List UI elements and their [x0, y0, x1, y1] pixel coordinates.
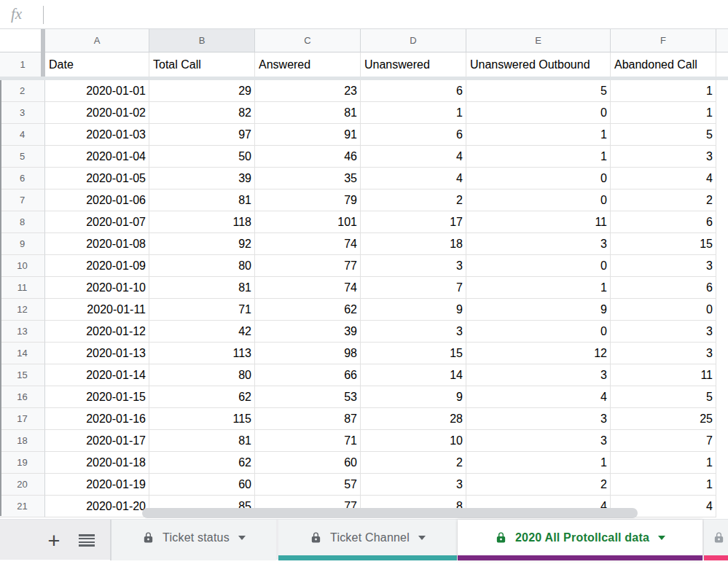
cell-C11[interactable]: 74: [255, 277, 361, 299]
cell-E13[interactable]: 0: [466, 321, 611, 343]
cell-D2[interactable]: 6: [361, 80, 466, 102]
cell-D14[interactable]: 15: [361, 343, 466, 364]
cell-C13[interactable]: 39: [255, 321, 361, 343]
cell-D16[interactable]: 9: [361, 386, 466, 408]
cell-F14[interactable]: 3: [611, 343, 716, 364]
cell-G20[interactable]: [716, 474, 728, 496]
cell-A4[interactable]: 2020-01-03: [45, 124, 149, 146]
cell-G16[interactable]: [716, 386, 728, 408]
row-number-5[interactable]: 5: [0, 146, 45, 168]
cell-B12[interactable]: 71: [149, 299, 255, 321]
cell-E15[interactable]: 3: [466, 364, 611, 386]
row-number-16[interactable]: 16: [0, 386, 45, 408]
cell-F16[interactable]: 5: [611, 386, 716, 408]
cell-A12[interactable]: 2020-01-11: [45, 299, 149, 321]
row-number-8[interactable]: 8: [0, 211, 45, 233]
cell-G17[interactable]: [716, 408, 728, 430]
column-header-D[interactable]: D: [361, 29, 466, 52]
cell-G13[interactable]: [716, 321, 728, 343]
cell-B9[interactable]: 92: [149, 233, 255, 255]
cell-C16[interactable]: 53: [255, 386, 361, 408]
sheet-tab-ticket-status[interactable]: Ticket status: [111, 520, 276, 560]
row-number-12[interactable]: 12: [0, 299, 45, 321]
cell-F12[interactable]: 0: [611, 299, 716, 321]
cell-A14[interactable]: 2020-01-13: [45, 343, 149, 364]
cell-B20[interactable]: 60: [149, 474, 255, 496]
cell-C7[interactable]: 79: [255, 189, 361, 211]
cell-A18[interactable]: 2020-01-17: [45, 430, 149, 452]
row-number-15[interactable]: 15: [0, 364, 45, 386]
cell-E20[interactable]: 2: [466, 474, 611, 496]
row-number-21[interactable]: 21: [0, 496, 45, 517]
cell-C1[interactable]: Answered: [255, 52, 361, 77]
cell-B14[interactable]: 113: [149, 343, 255, 364]
cell-B18[interactable]: 81: [149, 430, 255, 452]
row-number-10[interactable]: 10: [0, 255, 45, 277]
cell-D19[interactable]: 2: [361, 452, 466, 474]
cell-G2[interactable]: [716, 80, 728, 102]
chevron-down-icon[interactable]: [418, 536, 426, 540]
cell-C10[interactable]: 77: [255, 255, 361, 277]
cell-G7[interactable]: [716, 189, 728, 211]
cell-C4[interactable]: 91: [255, 124, 361, 146]
cell-G15[interactable]: [716, 364, 728, 386]
cell-F9[interactable]: 15: [611, 233, 716, 255]
row-number-6[interactable]: 6: [0, 168, 45, 189]
cell-G9[interactable]: [716, 233, 728, 255]
cell-E4[interactable]: 1: [466, 124, 611, 146]
cell-G10[interactable]: [716, 255, 728, 277]
cell-E19[interactable]: 1: [466, 452, 611, 474]
cell-G19[interactable]: [716, 452, 728, 474]
cell-A8[interactable]: 2020-01-07: [45, 211, 149, 233]
row-number-17[interactable]: 17: [0, 408, 45, 430]
cell-F4[interactable]: 5: [611, 124, 716, 146]
cell-G21[interactable]: [716, 496, 728, 517]
cell-B10[interactable]: 80: [149, 255, 255, 277]
cell-G8[interactable]: [716, 211, 728, 233]
column-header-B[interactable]: B: [149, 29, 255, 52]
cell-D15[interactable]: 14: [361, 364, 466, 386]
cell-E3[interactable]: 0: [466, 102, 611, 124]
cell-D4[interactable]: 6: [361, 124, 466, 146]
cell-C9[interactable]: 74: [255, 233, 361, 255]
cell-D8[interactable]: 17: [361, 211, 466, 233]
cell-A11[interactable]: 2020-01-10: [45, 277, 149, 299]
cell-C14[interactable]: 98: [255, 343, 361, 364]
cell-F8[interactable]: 6: [611, 211, 716, 233]
cell-E8[interactable]: 11: [466, 211, 611, 233]
cell-B8[interactable]: 118: [149, 211, 255, 233]
cell-E11[interactable]: 1: [466, 277, 611, 299]
cell-G1[interactable]: [716, 52, 728, 77]
cell-C17[interactable]: 87: [255, 408, 361, 430]
cell-B15[interactable]: 80: [149, 364, 255, 386]
cell-A13[interactable]: 2020-01-12: [45, 321, 149, 343]
cell-A21[interactable]: 2020-01-20: [45, 496, 149, 517]
cell-B6[interactable]: 39: [149, 168, 255, 189]
cell-B7[interactable]: 81: [149, 189, 255, 211]
cell-C3[interactable]: 81: [255, 102, 361, 124]
row-number-18[interactable]: 18: [0, 430, 45, 452]
cell-G5[interactable]: [716, 146, 728, 168]
horizontal-scrollbar[interactable]: [142, 508, 638, 518]
cell-G12[interactable]: [716, 299, 728, 321]
cell-F1[interactable]: Abandoned Call: [611, 52, 716, 77]
row-number-20[interactable]: 20: [0, 474, 45, 496]
row-number-1[interactable]: 1: [0, 52, 45, 77]
cell-G6[interactable]: [716, 168, 728, 189]
row-number-9[interactable]: 9: [0, 233, 45, 255]
column-header-A[interactable]: A: [45, 29, 149, 52]
cell-E10[interactable]: 0: [466, 255, 611, 277]
cell-B19[interactable]: 62: [149, 452, 255, 474]
cell-A7[interactable]: 2020-01-06: [45, 189, 149, 211]
cell-B13[interactable]: 42: [149, 321, 255, 343]
cell-A19[interactable]: 2020-01-18: [45, 452, 149, 474]
cell-B2[interactable]: 29: [149, 80, 255, 102]
cell-E14[interactable]: 12: [466, 343, 611, 364]
cell-F18[interactable]: 7: [611, 430, 716, 452]
cell-C15[interactable]: 66: [255, 364, 361, 386]
cell-A2[interactable]: 2020-01-01: [45, 80, 149, 102]
cell-G3[interactable]: [716, 102, 728, 124]
cell-F5[interactable]: 3: [611, 146, 716, 168]
formula-input[interactable]: [45, 0, 728, 28]
cell-E18[interactable]: 3: [466, 430, 611, 452]
